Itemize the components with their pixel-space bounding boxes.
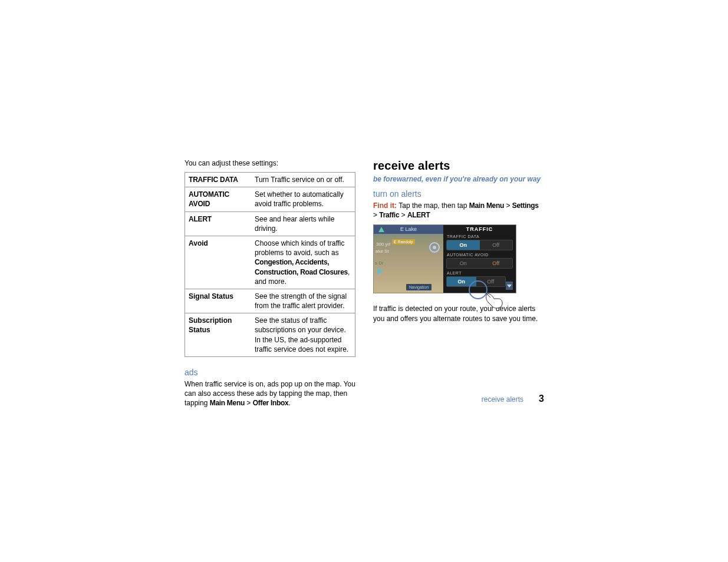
setting-desc: See the strength of the signal from the … [251,289,355,313]
setting-desc: See and hear alerts while driving. [251,211,355,236]
setting-label: Subscription Status [185,313,252,357]
table-row: Subscription Status See the status of tr… [185,313,355,357]
setting-desc: Turn Traffic service on or off. [251,173,355,187]
desc-pre: Choose which kinds of traffic problems t… [255,239,345,257]
device-screen: E Lake 300 yd ake St s Dr E Randolp Navi… [373,224,516,293]
setting-desc: Choose which kinds of traffic problems t… [251,236,355,289]
setting-desc: Set whether to automatically avoid traff… [251,187,355,211]
setting-label: Avoid [185,236,252,289]
table-row: Avoid Choose which kinds of traffic prob… [185,236,355,289]
toggle-off[interactable]: Off [480,240,513,250]
map-lake: ake St [375,249,389,254]
left-column: You can adjust these settings: TRAFFIC D… [185,159,355,408]
footer-section: receive alerts [482,395,523,404]
signal-icon [429,242,440,253]
page-title: receive alerts [373,159,544,173]
toggle-off[interactable]: Off [476,277,506,286]
toggle-off[interactable]: Off [480,259,513,268]
settings-intro: You can adjust these settings: [185,159,355,167]
toggle-alert[interactable]: On Off [446,276,506,287]
setting-label: TRAFFIC DATA [185,173,252,187]
toggle-auto-avoid[interactable]: On Off [446,258,513,269]
setting-label: AUTOMATIC AVOID [185,187,252,211]
right-column: receive alerts be forewarned, even if yo… [373,159,544,408]
desc-bold: Congestion, Accidents, Construction, Roa… [255,258,348,276]
path-settings: Settings [512,201,539,210]
path-main: Main Menu [469,201,504,210]
turn-arrow-icon [378,227,384,232]
panel-row-label: TRAFFIC DATA [443,233,516,240]
page-footer: receive alerts 3 [482,394,544,404]
sep: > [504,201,512,210]
map-distance: 300 yd [376,242,390,247]
sep: > [373,211,379,219]
footer-page-number: 3 [539,394,544,404]
page-subtitle: be forewarned, even if you're already on… [373,175,544,183]
toggle-traffic-data[interactable]: On Off [446,240,513,250]
path-alert: ALERT [407,211,430,219]
panel-row-label: AUTOMATIC AVOID [443,252,516,258]
menu-path-main: Main Menu [210,399,245,407]
toggle-on[interactable]: On [447,259,480,268]
toggle-on[interactable]: On [447,277,476,286]
device-panel: TRAFFIC TRAFFIC DATA On Off AUTOMATIC AV… [443,225,516,293]
setting-label: ALERT [185,211,252,236]
device-map: E Lake 300 yd ake St s Dr E Randolp Navi… [374,225,443,293]
find-it-pre: Tap the map, then tap [398,201,469,210]
path-end: . [288,399,290,407]
map-sdr: s Dr [375,260,384,266]
panel-title: TRAFFIC [443,225,516,233]
navigation-button[interactable]: Navigation [406,284,431,290]
menu-path-offer: Offer Inbox [253,399,289,407]
find-it-lead: Find it: [373,201,398,210]
ads-heading: ads [185,368,355,377]
setting-label: Signal Status [185,289,252,313]
setting-desc: See the status of traffic subscriptions … [251,313,355,357]
sep: > [399,211,407,219]
path-traffic: Traffic [379,211,399,219]
ads-body: When traffic service is on, ads pop up o… [185,379,355,408]
panel-row-label: ALERT [443,270,516,276]
outro-text: If traffic is detected on your route, yo… [373,304,544,323]
page-content: You can adjust these settings: TRAFFIC D… [185,159,544,408]
play-icon [377,267,383,275]
toggle-on[interactable]: On [447,240,480,250]
find-it-path: Find it: Tap the map, then tap Main Menu… [373,201,544,220]
device-screenshot: E Lake 300 yd ake St s Dr E Randolp Navi… [373,224,516,293]
tap-hand-icon [482,290,506,314]
street-sign: E Randolp [392,239,415,244]
turn-on-heading: turn on alerts [373,189,544,199]
table-row: Signal Status See the strength of the si… [185,289,355,313]
dropdown-arrow-icon[interactable] [506,282,513,290]
table-row: ALERT See and hear alerts while driving. [185,211,355,236]
table-row: AUTOMATIC AVOID Set whether to automatic… [185,187,355,211]
table-row: TRAFFIC DATA Turn Traffic service on or … [185,173,355,187]
settings-table: TRAFFIC DATA Turn Traffic service on or … [185,172,355,357]
menu-sep: > [245,399,253,407]
